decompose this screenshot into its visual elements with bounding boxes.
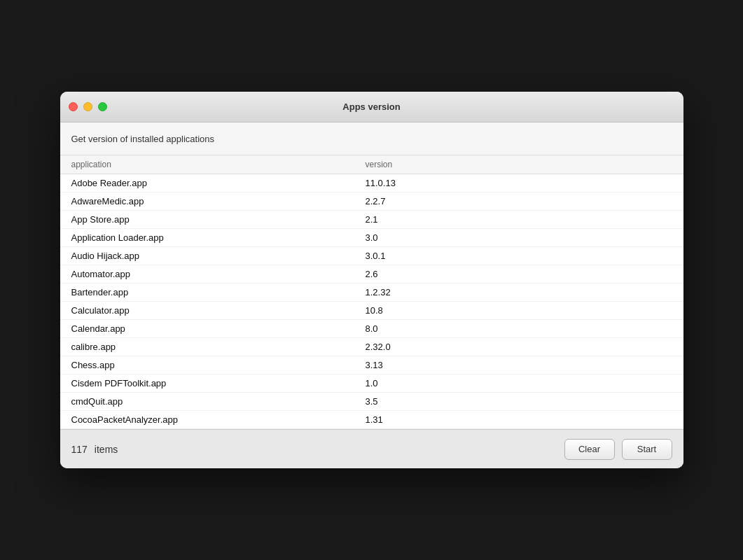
footer-buttons: Clear Start	[564, 439, 672, 460]
start-button[interactable]: Start	[622, 439, 672, 460]
cell-version: 8.0	[366, 323, 672, 334]
table-row[interactable]: AdwareMedic.app2.2.7	[60, 192, 683, 211]
cell-version: 3.5	[366, 396, 672, 407]
column-header-app: application	[71, 160, 366, 169]
cell-version: 2.1	[366, 214, 672, 225]
cell-version: 10.8	[366, 305, 672, 316]
cell-version: 2.32.0	[366, 342, 672, 352]
cell-app: calibre.app	[71, 342, 366, 352]
window-title: Apps version	[342, 102, 400, 112]
cell-app: Calculator.app	[71, 305, 366, 316]
subtitle-bar: Get version of installed applications	[60, 122, 683, 155]
maximize-button[interactable]	[98, 102, 107, 111]
titlebar: Apps version	[60, 92, 683, 122]
table-row[interactable]: Calendar.app8.0	[60, 320, 683, 338]
table-row[interactable]: Cisdem PDFToolkit.app1.0	[60, 374, 683, 393]
cell-app: Automator.app	[71, 269, 366, 279]
cell-app: cmdQuit.app	[71, 396, 366, 407]
table-row[interactable]: Application Loader.app3.0	[60, 229, 683, 247]
table-row[interactable]: Calculator.app10.8	[60, 302, 683, 320]
table-row[interactable]: CocoaPacketAnalyzer.app1.31	[60, 411, 683, 429]
items-label: items	[95, 444, 118, 455]
cell-app: Adobe Reader.app	[71, 178, 366, 188]
minimize-button[interactable]	[83, 102, 92, 111]
app-window: Apps version Get version of installed ap…	[60, 92, 683, 468]
footer: 117 items Clear Start	[60, 429, 683, 468]
table-row[interactable]: Automator.app2.6	[60, 265, 683, 284]
cell-app: Application Loader.app	[71, 232, 366, 243]
cell-app: CocoaPacketAnalyzer.app	[71, 414, 366, 425]
table-container: application version Adobe Reader.app11.0…	[60, 155, 683, 429]
subtitle-text: Get version of installed applications	[71, 134, 215, 144]
close-button[interactable]	[69, 102, 78, 111]
table-row[interactable]: Bartender.app1.2.32	[60, 284, 683, 302]
traffic-lights	[69, 102, 107, 111]
cell-version: 3.0.1	[366, 251, 672, 261]
cell-app: Audio Hijack.app	[71, 251, 366, 261]
table-row[interactable]: Audio Hijack.app3.0.1	[60, 247, 683, 265]
cell-version: 11.0.13	[366, 178, 672, 188]
cell-version: 2.2.7	[366, 196, 672, 206]
cell-version: 2.6	[366, 269, 672, 279]
cell-version: 1.2.32	[366, 287, 672, 298]
items-count: 117 items	[71, 444, 118, 455]
cell-app: App Store.app	[71, 214, 366, 225]
cell-app: Calendar.app	[71, 323, 366, 334]
cell-app: Chess.app	[71, 360, 366, 370]
cell-app: AdwareMedic.app	[71, 196, 366, 206]
cell-version: 1.31	[366, 414, 672, 425]
column-header-version: version	[366, 160, 672, 169]
cell-version: 3.0	[366, 232, 672, 243]
table-row[interactable]: App Store.app2.1	[60, 211, 683, 229]
items-number: 117	[71, 444, 88, 455]
cell-app: Cisdem PDFToolkit.app	[71, 378, 366, 388]
cell-version: 3.13	[366, 360, 672, 370]
table-body[interactable]: Adobe Reader.app11.0.13AdwareMedic.app2.…	[60, 174, 683, 429]
table-header: application version	[60, 155, 683, 174]
cell-version: 1.0	[366, 378, 672, 388]
table-row[interactable]: Chess.app3.13	[60, 356, 683, 374]
table-row[interactable]: calibre.app2.32.0	[60, 338, 683, 356]
table-row[interactable]: Adobe Reader.app11.0.13	[60, 174, 683, 192]
clear-button[interactable]: Clear	[564, 439, 615, 460]
table-row[interactable]: cmdQuit.app3.5	[60, 393, 683, 411]
cell-app: Bartender.app	[71, 287, 366, 298]
